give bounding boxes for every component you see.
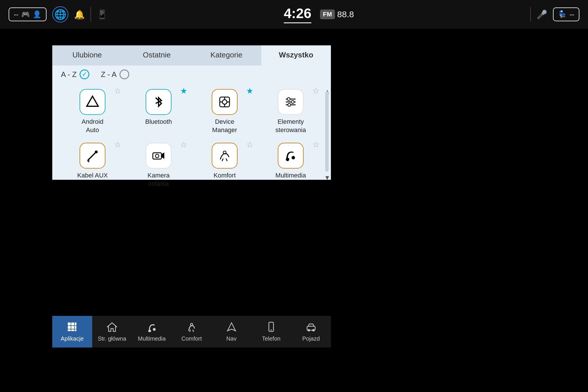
app-komfort[interactable]: ☆ Komfort — [193, 140, 256, 191]
star-multimedia[interactable]: ☆ — [312, 140, 319, 149]
svg-point-19 — [155, 154, 159, 158]
svg-point-11 — [291, 101, 294, 103]
svg-point-2 — [222, 100, 227, 104]
scrollbar-track — [325, 91, 329, 172]
divider-right — [530, 7, 531, 22]
komfort-icon-wrapper — [212, 143, 238, 169]
sort-za[interactable]: Z - A — [101, 69, 129, 79]
nav-multimedia[interactable]: Multimedia — [132, 316, 172, 347]
svg-point-45 — [312, 329, 315, 331]
svg-point-44 — [308, 329, 310, 331]
bluetooth-icon-wrapper — [146, 89, 171, 115]
nav-active-icon[interactable]: 🌐 — [52, 6, 68, 22]
time-display: 4:26 — [284, 5, 311, 23]
apps-grid: ☆ AndroidAuto ★ Bluetooth ★ — [52, 83, 331, 194]
svg-rect-31 — [68, 329, 71, 331]
scrollbar-down[interactable]: ▼ — [324, 174, 330, 181]
svg-point-10 — [287, 98, 290, 101]
nav-nav-icon — [226, 322, 237, 334]
nav-aplikacje[interactable]: Aplikacje — [52, 316, 92, 347]
svg-line-39 — [193, 330, 194, 332]
seat-icon: 💺 — [558, 10, 567, 18]
star-elementy[interactable]: ☆ — [312, 86, 319, 96]
radio-frequency: 88.8 — [337, 9, 354, 19]
android-auto-icon — [80, 89, 105, 115]
multimedia-nav-icon — [146, 322, 157, 334]
bell-icon[interactable]: 🔔 — [74, 9, 85, 20]
radio-display: FM 88.8 — [320, 9, 354, 19]
comfort-label: Comfort — [181, 335, 202, 342]
svg-rect-26 — [71, 323, 74, 325]
svg-rect-28 — [68, 326, 71, 329]
dash-right-text: -- — [570, 10, 574, 18]
nav-label: Nav — [226, 335, 237, 342]
star-komfort[interactable]: ☆ — [246, 140, 253, 149]
user-icon: 👤 — [33, 10, 41, 18]
tab-kategorie[interactable]: Kategorie — [192, 45, 261, 65]
app-multimedia[interactable]: ☆ Multimedia — [259, 140, 322, 191]
nav-comfort[interactable]: Comfort — [172, 316, 212, 347]
app-device-manager[interactable]: ★ DeviceManager — [193, 86, 256, 137]
star-kabel-aux[interactable]: ☆ — [114, 140, 121, 149]
svg-point-37 — [190, 323, 193, 326]
svg-rect-25 — [68, 323, 71, 325]
tab-ulubione[interactable]: Ulubione — [52, 45, 122, 65]
nav-str-glowna[interactable]: Str. główna — [92, 316, 132, 347]
svg-line-38 — [190, 330, 190, 332]
sort-row: A - Z ✓ Z - A — [52, 65, 331, 83]
telefon-icon — [266, 322, 276, 334]
sort-az[interactable]: A - Z ✓ — [61, 69, 89, 79]
aplikacje-icon — [67, 322, 77, 334]
device-manager-icon-wrapper — [212, 89, 238, 115]
dash-text: -- — [14, 10, 18, 18]
kabel-aux-icon-wrapper — [80, 143, 105, 169]
svg-point-36 — [153, 328, 156, 331]
svg-point-24 — [292, 156, 295, 159]
elementy-icon-wrapper — [278, 89, 304, 115]
svg-line-22 — [226, 159, 227, 161]
kamera-icon-wrapper — [146, 143, 171, 169]
star-android-auto[interactable]: ☆ — [114, 86, 121, 96]
phone-top-icon[interactable]: 📱 — [97, 9, 107, 20]
nav-pojazd[interactable]: Pojazd — [291, 316, 331, 347]
tab-ostatnie[interactable]: Ostatnie — [122, 45, 192, 65]
app-kamera-cofania[interactable]: ☆ Kameracofania — [127, 140, 190, 191]
svg-marker-40 — [228, 323, 236, 331]
star-bluetooth[interactable]: ★ — [180, 86, 187, 96]
svg-line-13 — [88, 153, 95, 160]
pojazd-label: Pojazd — [302, 335, 320, 342]
svg-line-16 — [88, 160, 89, 162]
tabs-bar: Ulubione Ostatnie Kategorie Wszystko — [52, 45, 331, 65]
elementy-label: Elementysterowania — [275, 118, 306, 134]
star-device-manager[interactable]: ★ — [246, 86, 253, 96]
divider — [90, 7, 91, 22]
app-android-auto[interactable]: ☆ AndroidAuto — [61, 86, 124, 137]
app-kabel-aux[interactable]: ☆ Kabel AUX — [61, 140, 124, 191]
status-center: 4:26 FM 88.8 — [284, 5, 354, 23]
nav-nav[interactable]: Nav — [211, 316, 251, 347]
tab-wszystko[interactable]: Wszystko — [261, 45, 331, 65]
fm-badge: FM — [320, 9, 335, 19]
za-label: Z - A — [101, 70, 117, 79]
app-bluetooth[interactable]: ★ Bluetooth — [127, 86, 190, 137]
star-kamera[interactable]: ☆ — [180, 140, 187, 149]
svg-rect-17 — [153, 153, 161, 159]
svg-point-35 — [148, 330, 151, 332]
svg-line-21 — [222, 159, 223, 161]
mic-icon[interactable]: 🎤 — [537, 9, 547, 20]
svg-point-12 — [288, 103, 291, 106]
svg-rect-30 — [75, 326, 76, 329]
status-bar: -- 🎮 👤 🌐 🔔 📱 4:26 FM 88.8 🎤 💺 -- — [0, 0, 588, 29]
svg-point-14 — [95, 150, 98, 153]
svg-point-23 — [286, 158, 289, 161]
bottom-nav: Aplikacje Str. główna Multimedia — [52, 316, 331, 347]
nav-telefon[interactable]: Telefon — [251, 316, 291, 347]
bluetooth-label: Bluetooth — [145, 118, 172, 126]
app-elementy-sterowania[interactable]: ☆ Elementysterowania — [259, 86, 322, 137]
right-control-box[interactable]: 💺 -- — [553, 7, 579, 21]
az-label: A - Z — [61, 70, 77, 79]
str-glowna-label: Str. główna — [98, 335, 126, 342]
left-control-box[interactable]: -- 🎮 👤 — [9, 7, 47, 21]
status-left: -- 🎮 👤 🌐 🔔 📱 — [9, 6, 107, 22]
str-glowna-icon — [107, 322, 117, 334]
